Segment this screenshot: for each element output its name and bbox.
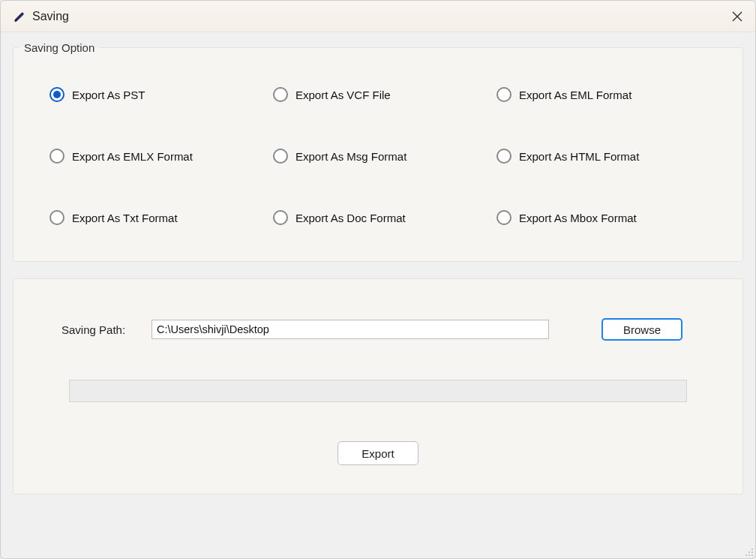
svg-point-8 bbox=[752, 554, 753, 556]
svg-point-0 bbox=[15, 19, 16, 20]
radio-option-7[interactable]: Export As Doc Format bbox=[273, 210, 489, 225]
close-button[interactable] bbox=[725, 5, 749, 29]
radio-option-6[interactable]: Export As Txt Format bbox=[50, 210, 266, 225]
saving-option-legend: Saving Option bbox=[20, 41, 99, 54]
radio-circle-icon bbox=[50, 87, 64, 102]
saving-option-group: Saving Option Export As PSTExport As VCF… bbox=[13, 41, 743, 262]
svg-point-5 bbox=[752, 551, 753, 553]
radio-label: Export As EMLX Format bbox=[72, 150, 193, 163]
saving-dialog: Saving Saving Option Export As PSTExport… bbox=[0, 0, 756, 559]
radio-label: Export As VCF File bbox=[296, 89, 391, 101]
radio-option-8[interactable]: Export As Mbox Format bbox=[496, 210, 712, 225]
radio-label: Export As EML Format bbox=[519, 89, 632, 101]
saving-path-input[interactable] bbox=[152, 320, 549, 339]
titlebar: Saving bbox=[1, 1, 755, 32]
radio-label: Export As Mbox Format bbox=[519, 212, 637, 224]
resize-grip-icon[interactable] bbox=[743, 546, 754, 557]
export-row: Export bbox=[62, 441, 694, 465]
svg-point-7 bbox=[748, 554, 750, 556]
radio-label: Export As Doc Format bbox=[296, 212, 406, 224]
svg-point-3 bbox=[752, 548, 753, 550]
progress-bar bbox=[69, 380, 687, 402]
svg-point-4 bbox=[748, 551, 750, 553]
saving-path-row: Saving Path: Browse bbox=[62, 318, 694, 341]
radio-label: Export As PST bbox=[72, 89, 146, 101]
radio-circle-icon bbox=[496, 87, 512, 102]
radio-circle-icon bbox=[50, 210, 64, 225]
lower-panel: Saving Path: Browse Export bbox=[13, 278, 743, 494]
radio-circle-icon bbox=[273, 87, 288, 102]
radio-label: Export As Txt Format bbox=[72, 212, 178, 224]
radio-option-1[interactable]: Export As VCF File bbox=[273, 87, 489, 102]
window-title: Saving bbox=[32, 10, 69, 23]
radio-circle-icon bbox=[273, 210, 288, 225]
radio-circle-icon bbox=[50, 149, 64, 164]
brush-icon bbox=[11, 9, 26, 24]
radio-option-5[interactable]: Export As HTML Format bbox=[496, 149, 712, 164]
browse-button[interactable]: Browse bbox=[602, 318, 682, 341]
radio-option-4[interactable]: Export As Msg Format bbox=[273, 149, 489, 164]
saving-path-label: Saving Path: bbox=[62, 323, 152, 336]
radio-label: Export As Msg Format bbox=[296, 150, 406, 163]
radio-option-0[interactable]: Export As PST bbox=[50, 87, 266, 102]
radio-circle-icon bbox=[496, 210, 512, 225]
radio-option-3[interactable]: Export As EMLX Format bbox=[50, 149, 266, 164]
export-button[interactable]: Export bbox=[338, 441, 418, 465]
radio-option-2[interactable]: Export As EML Format bbox=[496, 87, 712, 102]
radio-label: Export As HTML Format bbox=[519, 150, 639, 163]
dialog-body: Saving Option Export As PSTExport As VCF… bbox=[1, 32, 755, 508]
radio-circle-icon bbox=[496, 149, 512, 164]
radio-circle-icon bbox=[273, 149, 288, 164]
svg-point-6 bbox=[746, 554, 747, 556]
radio-grid: Export As PSTExport As VCF FileExport As… bbox=[14, 54, 742, 243]
